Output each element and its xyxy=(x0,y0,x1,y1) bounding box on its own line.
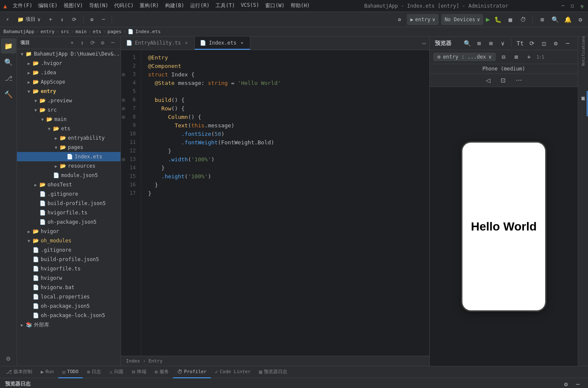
tree-appscope[interactable]: ▶ 📂 AppScope xyxy=(17,77,120,87)
menu-refactor[interactable]: 重构(R) xyxy=(137,1,162,10)
preview-entry-selector[interactable]: ⚙ entry : ...dex ∨ xyxy=(433,53,496,61)
toolbar-settings-btn[interactable]: ⚙ xyxy=(87,14,97,25)
menu-help[interactable]: 帮助(H) xyxy=(288,1,313,10)
preview-mode-btn[interactable]: ◫ xyxy=(539,38,549,48)
btab-codelinter[interactable]: ✓ Code Linter xyxy=(211,366,255,378)
project-dropdown[interactable]: 📁 项目 ∨ xyxy=(14,14,44,25)
panel-settings[interactable]: ⚙ xyxy=(98,39,107,47)
tree-module-json[interactable]: ▶ 📄 module.json5 xyxy=(17,171,120,180)
profile-button[interactable]: ⏱ xyxy=(518,14,528,25)
settings-button[interactable]: ⚙ xyxy=(575,14,585,25)
tab-index-ets[interactable]: 📄 Index.ets ✕ xyxy=(195,37,250,50)
code-content[interactable]: @Entry @Component struct Index { @State … xyxy=(141,50,429,356)
tree-oh-package-lock[interactable]: ▶ 📄 oh-package-lock.json5 xyxy=(17,311,120,320)
breadcrumb-src[interactable]: src xyxy=(61,29,69,34)
tree-hvigor[interactable]: ▶ 📂 .hvigor xyxy=(17,59,120,68)
activity-project[interactable]: 📁 xyxy=(1,38,16,53)
menu-file[interactable]: 文件(F) xyxy=(10,1,35,10)
preview-close-btn[interactable]: ─ xyxy=(563,38,573,48)
tree-preview[interactable]: ▼ 📂 .preview xyxy=(17,96,120,105)
tree-oh-modules[interactable]: ▼ 📂 oh_modules xyxy=(17,236,120,245)
tree-root[interactable]: ▼ 📁 BahamutjApp D:\Huawei\Dev&... xyxy=(17,49,120,59)
tree-gitignore[interactable]: ▶ 📄 .gitignore xyxy=(17,189,120,199)
preview-settings-btn[interactable]: ⚙ xyxy=(551,38,561,48)
preview-zoom-in[interactable]: + xyxy=(524,52,534,62)
panel-collapse[interactable]: ─ xyxy=(109,39,117,47)
tree-src[interactable]: ▼ 📂 src xyxy=(17,105,120,115)
tree-resources[interactable]: ▶ 📂 resources xyxy=(17,161,120,171)
panel-settings-btn[interactable]: ⚙ xyxy=(561,379,571,388)
menu-tools[interactable]: 工具(T) xyxy=(213,1,238,10)
tree-entry[interactable]: ▼ 📂 entry xyxy=(17,87,120,96)
tree-hvigorfile2[interactable]: ▶ 📄 hvigorfile.ts xyxy=(17,264,120,273)
menu-nav[interactable]: 导航(N) xyxy=(87,1,111,10)
toolbar-hvigor-icon[interactable]: ⚡ xyxy=(3,14,12,25)
tree-external[interactable]: ▶ 📚 外部库 xyxy=(17,320,120,329)
preview-fit[interactable]: ⊠ xyxy=(511,52,521,62)
btab-preview-log[interactable]: ▤ 预览器日志 xyxy=(255,366,291,378)
tab-close-button[interactable]: ✕ xyxy=(239,40,245,46)
no-devices-dropdown[interactable]: No Devices ∨ xyxy=(441,14,483,25)
panel-add[interactable]: + xyxy=(68,39,76,47)
preview-refresh-btn[interactable]: ⟳ xyxy=(527,38,537,48)
btab-run[interactable]: ▶ Run xyxy=(36,366,58,378)
activity-settings[interactable]: ⚙ xyxy=(1,351,16,366)
breadcrumb-entry[interactable]: entry xyxy=(40,29,54,34)
tree-hvigorfile[interactable]: ▶ 📄 hvigorfile.ts xyxy=(17,208,120,217)
activity-build[interactable]: 🔨 xyxy=(1,87,16,102)
btab-problems[interactable]: ⚠ 问题 xyxy=(105,366,128,378)
find-button[interactable]: 🔍 xyxy=(550,14,560,25)
bookmark-button[interactable]: ⊞ xyxy=(537,14,547,25)
menu-view[interactable]: 视图(V) xyxy=(61,1,86,10)
btab-todo[interactable]: ☑ TODO xyxy=(58,366,83,378)
preview-comp-btn[interactable]: ⊠ xyxy=(474,38,484,48)
preview-zoom-out[interactable]: ⊟ xyxy=(498,52,509,62)
coverage-button[interactable]: ▦ xyxy=(505,14,515,25)
notifications-panel[interactable]: Notifications xyxy=(579,38,588,64)
tree-oh-package2[interactable]: ▶ 📄 oh-package.json5 xyxy=(17,301,120,311)
tree-build-profile2[interactable]: ▶ 📄 build-profile.json5 xyxy=(17,255,120,264)
breadcrumb-app[interactable]: BahamutjApp xyxy=(3,29,34,34)
activity-vcs[interactable]: ⎇ xyxy=(1,70,16,86)
maximize-button[interactable]: □ xyxy=(569,3,575,9)
menu-window[interactable]: 窗口(W) xyxy=(263,1,287,10)
notifications-button[interactable]: 🔔 xyxy=(563,14,573,25)
btab-terminal[interactable]: ⊟ 终端 xyxy=(128,366,150,378)
code-editor[interactable]: 1 2 3 4 5 6 7 8 9 10 11 12 13 14 15 16 1… xyxy=(121,50,429,356)
tree-index-ets[interactable]: ▶ 📄 Index.ets xyxy=(17,152,120,161)
toolbar-settings-icon2[interactable]: ⚙ xyxy=(395,14,404,25)
entry-dropdown[interactable]: ▶ entry ∨ xyxy=(407,14,439,25)
preview-back-btn[interactable]: ◁ xyxy=(482,76,494,85)
toolbar-sync-btn[interactable]: ↕ xyxy=(57,14,67,25)
panel-close-btn[interactable]: ─ xyxy=(573,379,583,388)
menu-edit[interactable]: 编辑(E) xyxy=(36,1,60,10)
tree-ohostest[interactable]: ▶ 📂 ohosTest xyxy=(17,180,120,189)
tab-entryability[interactable]: 📄 EntryAbility.ts ✕ xyxy=(121,37,195,50)
toolbar-refresh-btn[interactable]: ⟳ xyxy=(69,14,80,25)
tree-entryability[interactable]: ▶ 📂 entryability xyxy=(17,133,120,143)
tab-more-button[interactable]: ⋯ xyxy=(419,40,429,47)
menu-run[interactable]: 运行(R) xyxy=(188,1,212,10)
preview-arrow-btn[interactable]: ∨ xyxy=(498,38,508,48)
minimize-button[interactable]: ─ xyxy=(560,3,566,9)
tree-hvigorw-bat[interactable]: ▶ 📄 hvigorw.bat xyxy=(17,283,120,292)
tree-hvigorw[interactable]: ▶ 📄 hvigorw xyxy=(17,273,120,283)
activity-search[interactable]: 🔍 xyxy=(1,54,16,70)
breadcrumb-ets[interactable]: ets xyxy=(93,29,101,34)
menu-vcs[interactable]: VCS(S) xyxy=(238,1,262,10)
tab-close-button[interactable]: ✕ xyxy=(183,40,189,46)
preview-more-btn[interactable]: ⋯ xyxy=(512,76,525,85)
menu-bar[interactable]: 文件(F) 编辑(E) 视图(V) 导航(N) 代码(C) 重构(R) 构建(B… xyxy=(10,1,312,10)
menu-build[interactable]: 构建(B) xyxy=(162,1,187,10)
breadcrumb-file[interactable]: Index.ets xyxy=(135,29,161,34)
tree-pages[interactable]: ▼ 📂 pages xyxy=(17,143,120,152)
panel-refresh[interactable]: ⟳ xyxy=(88,39,97,47)
tree-ets[interactable]: ▼ 📂 ets xyxy=(17,124,120,133)
panel-sync[interactable]: ↕ xyxy=(78,39,87,47)
tree-build-profile[interactable]: ▶ 📄 build-profile.json5 xyxy=(17,199,120,208)
toolbar-add-btn[interactable]: + xyxy=(45,14,55,25)
preview-home-btn[interactable]: ⊡ xyxy=(497,76,509,85)
run-button[interactable]: ▶ xyxy=(486,15,490,23)
breadcrumb-main[interactable]: main xyxy=(76,29,87,34)
tree-main[interactable]: ▼ 📂 main xyxy=(17,115,120,124)
